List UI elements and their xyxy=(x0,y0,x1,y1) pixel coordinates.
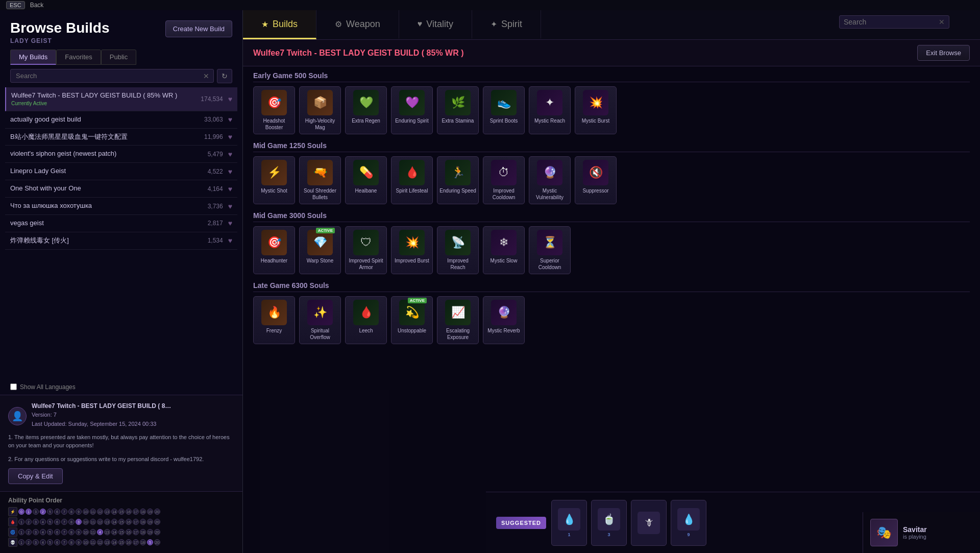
build-count: 174,534 xyxy=(201,95,223,103)
item-card[interactable]: 🩸Leech xyxy=(345,296,387,344)
item-card[interactable]: ✨Spiritual Overflow xyxy=(299,296,341,344)
ability-dot: 9 xyxy=(76,539,82,545)
ability-dot: 2 xyxy=(26,529,32,535)
item-icon: ✨ xyxy=(307,300,333,325)
build-list-item[interactable]: Что за шлюшка хохотушка 3,736 ♥ xyxy=(5,198,237,215)
esc-button[interactable]: ESC xyxy=(6,1,25,9)
item-card[interactable]: ⏱Improved Cooldown xyxy=(483,156,525,204)
main-search-box[interactable]: ✕ xyxy=(839,15,949,29)
item-icon: ⚡ xyxy=(261,160,287,185)
item-card[interactable]: ⚡Mystic Shot xyxy=(253,156,295,204)
main-search-clear-icon[interactable]: ✕ xyxy=(939,18,945,26)
item-card[interactable]: 🏃Enduring Speed xyxy=(437,156,479,204)
copy-and-edit-button[interactable]: Copy & Edit xyxy=(8,468,63,484)
item-card[interactable]: 📦High-Velocity Mag xyxy=(299,86,341,134)
refresh-button[interactable]: ↻ xyxy=(217,69,232,83)
item-card[interactable]: 🌿Extra Stamina xyxy=(437,86,479,134)
suggested-item[interactable]: 💧 1 xyxy=(551,500,587,546)
build-list-item[interactable]: Linepro Lady Geist 4,522 ♥ xyxy=(5,163,237,180)
show-all-languages-checkbox[interactable] xyxy=(10,383,17,390)
item-card[interactable]: 💊Healbane xyxy=(345,156,387,204)
item-icon: 💥 xyxy=(399,230,425,255)
suggested-item[interactable]: 🗡 xyxy=(631,500,667,546)
item-card[interactable]: 🛡Improved Spirit Armor xyxy=(345,226,387,274)
ability-dot: 11 xyxy=(90,529,96,535)
item-card[interactable]: 💫ACTIVEUnstoppable xyxy=(391,296,433,344)
item-card[interactable]: ✦Mystic Reach xyxy=(529,86,571,134)
build-like-button[interactable]: ♥ xyxy=(228,115,232,124)
item-card[interactable]: 💥Improved Burst xyxy=(391,226,433,274)
build-list-item[interactable]: 炸弹赖线毒女 [传火] 1,534 ♥ xyxy=(5,232,237,250)
section-header-mid2: Mid Game 3000 Souls xyxy=(253,211,970,222)
item-icon: 📡 xyxy=(445,230,471,255)
tab-vitality[interactable]: ♥ Vitality xyxy=(399,10,472,39)
language-filter-row: Show All Languages xyxy=(0,379,242,395)
build-like-button[interactable]: ♥ xyxy=(228,219,232,227)
tab-public[interactable]: Public xyxy=(101,50,136,65)
item-name: Mystic Vulnerability xyxy=(531,187,568,201)
build-like-button[interactable]: ♥ xyxy=(228,167,232,176)
top-bar: ESC Back xyxy=(0,0,980,10)
item-card[interactable]: 🔇Suppressor xyxy=(575,156,617,204)
ability-dot: 20 xyxy=(154,529,160,535)
show-all-languages-label: Show All Languages xyxy=(20,383,76,391)
build-search-box[interactable]: ✕ xyxy=(10,69,214,83)
tab-favorites[interactable]: Favorites xyxy=(56,50,101,65)
item-card[interactable]: ⏳Superior Cooldown xyxy=(529,226,571,274)
tab-spirit[interactable]: ✦ Spirit xyxy=(472,10,541,39)
search-clear-icon[interactable]: ✕ xyxy=(203,72,209,80)
tab-my-builds[interactable]: My Builds xyxy=(10,50,56,65)
item-card[interactable]: 📈Escalating Exposure xyxy=(437,296,479,344)
build-like-button[interactable]: ♥ xyxy=(228,236,232,245)
item-icon: 🩸 xyxy=(353,300,379,325)
suggested-item-icon: 💧 xyxy=(677,508,700,531)
ability-dot: 12 xyxy=(97,519,103,525)
item-card[interactable]: 💎ACTIVEWarp Stone xyxy=(299,226,341,274)
ability-dot: 16 xyxy=(126,519,132,525)
ability-order-section: Ability Point Order ⚡0132567891011121314… xyxy=(0,491,242,553)
item-card[interactable]: 🔫Soul Shredder Bullets xyxy=(299,156,341,204)
suggested-items: 💧 1 🍵 3 🗡 💧 9 xyxy=(551,500,706,546)
item-card[interactable]: 👟Sprint Boots xyxy=(483,86,525,134)
items-container: Early Game 500 Souls🎯Headshot Booster📦Hi… xyxy=(243,66,980,527)
item-card[interactable]: 🔮Mystic Reverb xyxy=(483,296,525,344)
item-card[interactable]: 🎯Headshot Booster xyxy=(253,86,295,134)
back-button[interactable]: Back xyxy=(30,2,44,9)
build-list-item[interactable]: violent's siphon geist (newest patch) 5,… xyxy=(5,146,237,163)
build-like-button[interactable]: ♥ xyxy=(228,150,232,158)
tab-weapon[interactable]: ⚙ Weapon xyxy=(316,10,399,39)
item-icon: 🔮 xyxy=(491,300,517,325)
ability-dot: 7 xyxy=(61,539,67,545)
ability-dot: 5 xyxy=(47,539,53,545)
item-card[interactable]: 🔥Frenzy xyxy=(253,296,295,344)
build-list-item[interactable]: One Shot with your One 4,164 ♥ xyxy=(5,180,237,198)
main-search-input[interactable] xyxy=(844,18,936,26)
suggested-item[interactable]: 💧 9 xyxy=(671,500,706,546)
build-title-prefix: Wulfee7 Twitch - xyxy=(253,49,319,57)
create-new-build-button[interactable]: Create New Build xyxy=(165,20,232,37)
item-card[interactable]: ❄Mystic Slow xyxy=(483,226,525,274)
tab-builds[interactable]: ★ Builds xyxy=(243,10,316,39)
item-card[interactable]: 🔮Mystic Vulnerability xyxy=(529,156,571,204)
build-list-item[interactable]: vegas geist 2,817 ♥ xyxy=(5,215,237,232)
build-search-input[interactable] xyxy=(16,72,199,80)
build-like-button[interactable]: ♥ xyxy=(228,185,232,193)
item-card[interactable]: 💥Mystic Burst xyxy=(575,86,617,134)
exit-browse-button[interactable]: Exit Browse xyxy=(917,45,970,61)
build-list-item[interactable]: B站小魔法师黑星星吸血鬼一键符文配置 11,996 ♥ xyxy=(5,129,237,146)
build-like-button[interactable]: ♥ xyxy=(228,133,232,141)
item-card[interactable]: 🩸Spirit Lifesteal xyxy=(391,156,433,204)
item-icon: 🔇 xyxy=(583,160,608,185)
item-card[interactable]: 💜Enduring Spirit xyxy=(391,86,433,134)
build-list-item[interactable]: Wulfee7 Twitch - BEST LADY GEIST BUILD (… xyxy=(5,87,237,111)
item-card[interactable]: 🎯Headhunter xyxy=(253,226,295,274)
build-count: 11,996 xyxy=(204,133,223,140)
item-card[interactable]: 💚Extra Regen xyxy=(345,86,387,134)
item-name: Improved Reach xyxy=(439,257,476,271)
suggested-item[interactable]: 🍵 3 xyxy=(591,500,627,546)
build-list-item[interactable]: actually good geist build 33,063 ♥ xyxy=(5,111,237,129)
build-like-button[interactable]: ♥ xyxy=(228,202,232,210)
ability-row-icon: 🌀 xyxy=(8,527,17,537)
item-card[interactable]: 📡Improved Reach xyxy=(437,226,479,274)
build-like-button[interactable]: ♥ xyxy=(228,95,232,103)
